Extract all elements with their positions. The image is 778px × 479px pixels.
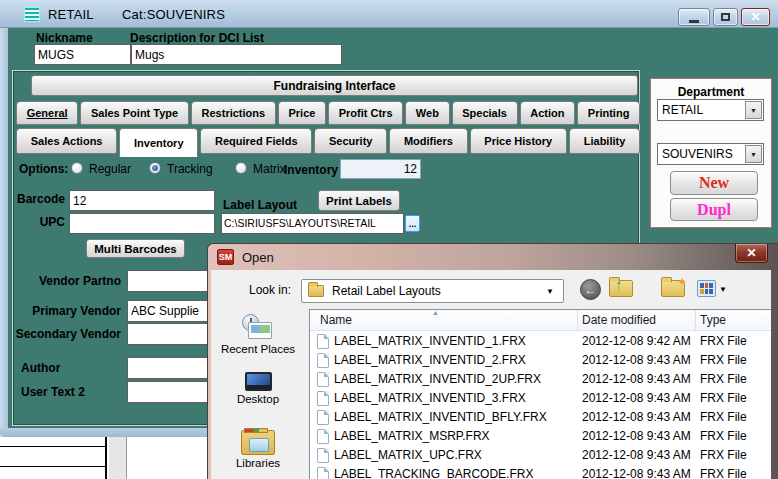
close-button[interactable]: ✕ [741, 8, 770, 26]
place-libraries[interactable]: Libraries [211, 430, 305, 469]
tab-printing[interactable]: Printing [577, 101, 640, 125]
chevron-down-icon[interactable]: ▼ [745, 145, 762, 163]
file-row[interactable]: LABEL_MATRIX_INVENTID_2UP.FRX 2012-12-08… [310, 370, 771, 389]
file-row[interactable]: LABEL_MATRIX_MSRP.FRX 2012-12-08 9:43 AM… [310, 427, 771, 446]
column-header-name[interactable]: Name [320, 313, 352, 327]
background-grid-column [109, 437, 127, 479]
tab-general[interactable]: General [16, 101, 78, 125]
upc-input[interactable] [69, 213, 215, 234]
look-in-value: Retail Label Layouts [324, 284, 546, 298]
radio-tracking[interactable] [149, 162, 161, 174]
file-row[interactable]: LABEL_MATRIX_INVENTID_2.FRX 2012-12-08 9… [310, 351, 771, 370]
tab-web[interactable]: Web [405, 101, 449, 125]
tab-required-fields[interactable]: Required Fields [200, 128, 312, 154]
browse-button[interactable]: ... [405, 215, 420, 232]
background-grid-line [0, 466, 106, 467]
look-in-label: Look in: [249, 283, 291, 297]
print-labels-button[interactable]: Print Labels [318, 190, 400, 211]
author-label: Author [21, 361, 60, 375]
description-label: Description for DCI List [130, 31, 264, 45]
category-combo[interactable]: SOUVENIRS ▼ [657, 143, 764, 165]
place-recent-places[interactable]: Recent Places [211, 314, 305, 355]
radio-regular[interactable] [71, 162, 83, 174]
window-title-category: Cat:SOUVENIRS [122, 7, 225, 22]
file-icon [317, 391, 329, 406]
column-header-type[interactable]: Type [700, 313, 726, 327]
file-row[interactable]: LABEL_MATRIX_INVENTID_3.FRX 2012-12-08 9… [310, 389, 771, 408]
place-desktop[interactable]: Desktop [211, 372, 305, 405]
app-icon [24, 7, 40, 22]
tab-profit-ctrs[interactable]: Profit Ctrs [328, 101, 403, 125]
department-value: RETAIL [658, 100, 744, 120]
chevron-down-icon[interactable]: ▼ [745, 101, 762, 119]
desktop-icon [245, 372, 272, 391]
tab-sales-actions[interactable]: Sales Actions [16, 128, 117, 154]
options-label: Options: [19, 162, 68, 176]
chevron-down-icon[interactable]: ▼ [719, 285, 727, 294]
chevron-down-icon[interactable]: ▼ [546, 287, 563, 296]
file-list-header[interactable]: ▲ Name Date modified Type [310, 310, 771, 331]
column-header-date-modified[interactable]: Date modified [582, 313, 656, 327]
file-row[interactable]: LABEL_MATRIX_INVENTID_1.FRX 2012-12-08 9… [310, 332, 771, 351]
department-label: Department [651, 85, 771, 99]
column-separator[interactable] [577, 310, 578, 331]
radio-tracking-label: Tracking [167, 162, 213, 176]
open-dialog-titlebar[interactable]: SM Open [208, 244, 778, 270]
window-title-app: RETAIL [48, 7, 94, 22]
tab-security[interactable]: Security [314, 128, 387, 154]
fundraising-interface-button[interactable]: Fundraising Interface [31, 75, 638, 96]
upc-label: UPC [9, 215, 65, 229]
category-value: SOUVENIRS [658, 144, 744, 164]
new-button[interactable]: New [670, 171, 758, 195]
background-grid-line [0, 446, 106, 447]
tab-modifiers[interactable]: Modifiers [389, 128, 467, 154]
file-icon [317, 467, 329, 479]
label-layout-label: Label Layout [223, 198, 297, 212]
screen: RETAIL Cat:SOUVENIRS ✕ Nickname Descript… [0, 0, 778, 479]
new-folder-spark-icon: ✦ [677, 275, 687, 289]
department-combo[interactable]: RETAIL ▼ [657, 99, 764, 121]
up-one-level-button[interactable]: ↑ [609, 280, 633, 297]
label-layout-path-field[interactable]: C:\SIRIUSFS\LAYOUTS\RETAIL LABELS [221, 213, 404, 234]
dupl-button[interactable]: Dupl [670, 198, 758, 221]
tab-specials[interactable]: Specials [452, 101, 518, 125]
column-separator[interactable] [695, 310, 696, 331]
tab-action[interactable]: Action [520, 101, 576, 125]
libraries-icon [241, 430, 275, 455]
tab-sales-point-type[interactable]: Sales Point Type [80, 101, 189, 125]
tab-price-history[interactable]: Price History [470, 128, 567, 154]
file-icon [317, 429, 329, 444]
view-menu-button[interactable] [697, 280, 716, 297]
back-arrow-icon: ← [585, 283, 597, 297]
main-window-titlebar[interactable]: RETAIL Cat:SOUVENIRS ✕ [0, 0, 778, 28]
radio-matrix[interactable] [235, 162, 247, 174]
file-row[interactable]: LABEL_TRACKING_BARCODE.FRX 2012-12-08 9:… [310, 465, 771, 479]
department-category-panel: Department RETAIL ▼ Category SOUVENIRS ▼… [650, 78, 772, 228]
dialog-close-button[interactable]: ✕ [735, 244, 768, 263]
inventory-id-field: 12 [340, 159, 421, 179]
folder-icon [308, 285, 324, 297]
new-folder-button[interactable]: ✦ [661, 280, 685, 297]
sort-ascending-icon: ▲ [432, 309, 439, 316]
file-row[interactable]: LABEL_MATRIX_INVENTID_BFLY.FRX 2012-12-0… [310, 408, 771, 427]
maximize-icon [721, 13, 730, 21]
tab-price[interactable]: Price [278, 101, 326, 125]
tab-liability[interactable]: Liability [569, 128, 640, 154]
description-input[interactable] [131, 44, 342, 65]
background-grid-line [105, 437, 107, 479]
minimize-button[interactable] [678, 8, 710, 26]
file-icon [317, 372, 329, 387]
radio-regular-label: Regular [89, 162, 131, 176]
file-icon [317, 410, 329, 425]
nickname-input[interactable] [34, 44, 131, 65]
user-text2-label: User Text 2 [21, 385, 85, 399]
look-in-combo[interactable]: Retail Label Layouts ▼ [301, 279, 564, 303]
barcode-input[interactable] [69, 190, 215, 211]
maximize-button[interactable] [713, 8, 738, 26]
tab-restrictions[interactable]: Restrictions [191, 101, 276, 125]
multi-barcodes-button[interactable]: Multi Barcodes [86, 239, 185, 258]
back-button[interactable]: ← [580, 279, 601, 300]
tab-inventory[interactable]: Inventory [119, 128, 198, 157]
file-row[interactable]: LABEL_MATRIX_UPC.FRX 2012-12-08 9:43 AM … [310, 446, 771, 465]
close-icon: ✕ [750, 10, 760, 24]
